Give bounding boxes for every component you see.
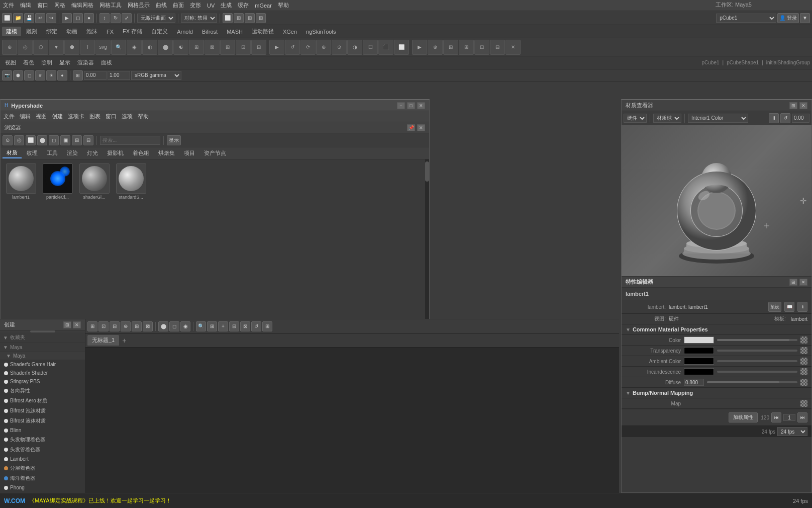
shelf-icon-12[interactable]: ☯	[173, 40, 188, 55]
shelf-tab-bifrost[interactable]: Bifrost	[198, 28, 222, 36]
item-stingray[interactable]: Stingray PBS	[0, 377, 85, 386]
creation-close-btn[interactable]: ✕	[73, 321, 81, 328]
item-bifrost-foam[interactable]: Bifrost 泡沫材质	[0, 406, 85, 416]
viewport-btn2[interactable]: ⊞	[234, 13, 244, 23]
hs-menu-options[interactable]: 选项	[122, 113, 133, 120]
shelf-tab-rig[interactable]: 绑定	[42, 27, 61, 36]
prop-diffuse-checker[interactable]	[800, 379, 807, 386]
rotate-btn[interactable]: ↻	[111, 13, 121, 23]
creation-slider[interactable]	[0, 330, 85, 332]
browser-toggle-1[interactable]: ⬜	[26, 135, 36, 145]
shelf-tab-fx[interactable]: FX	[103, 28, 118, 36]
ne-tool-10[interactable]: 🔍	[196, 321, 206, 331]
object-selector-dropdown[interactable]: pCube1	[716, 14, 776, 23]
material-item-shader[interactable]: shaderGl...	[78, 163, 111, 200]
shelf-icon-21[interactable]: ⊕	[316, 40, 331, 55]
vp-value-input[interactable]	[84, 71, 107, 80]
prop-ambient-slider-bar[interactable]	[717, 360, 797, 362]
vp-scale-input[interactable]	[108, 71, 130, 80]
menu-edit[interactable]: 编辑	[20, 2, 31, 9]
menu-mgear[interactable]: mGear	[255, 3, 272, 9]
hs-menu-create[interactable]: 创建	[52, 113, 63, 120]
viewport-btn3[interactable]: ⊞	[245, 13, 255, 23]
tab-render[interactable]: 渲染	[63, 148, 82, 158]
viewer-pause-btn[interactable]: ⏸	[769, 113, 779, 123]
browser-tool-2[interactable]: ◎	[14, 135, 24, 145]
item-phong[interactable]: Phong	[0, 483, 85, 492]
node-tab-add[interactable]: +	[120, 336, 128, 345]
ne-tool-8[interactable]: ◻	[169, 321, 179, 331]
shelf-icon-29[interactable]: ⊞	[443, 40, 458, 55]
shelf-icon-2[interactable]: ◎	[18, 40, 33, 55]
shelf-tab-foam[interactable]: 泡沫	[82, 27, 102, 36]
prop-diffuse-slider[interactable]	[707, 381, 797, 383]
shelf-icon-5[interactable]: ⬢	[64, 40, 79, 55]
ne-tool-13[interactable]: ⊟	[229, 321, 239, 331]
ne-tool-3[interactable]: ⊟	[110, 321, 120, 331]
scrollbar-thumb[interactable]	[425, 161, 429, 182]
browser-toggle-3[interactable]: ◻	[49, 135, 59, 145]
viewport-menu-lighting[interactable]: 照明	[38, 58, 55, 67]
ne-tool-6[interactable]: ⊠	[143, 321, 153, 331]
section-bump-normal[interactable]: ▼ Bump/Normal Mapping	[622, 388, 811, 398]
tab-asset[interactable]: 资产节点	[200, 148, 230, 158]
vp-grid-btn[interactable]: #	[35, 70, 45, 80]
shelf-icon-9[interactable]: ◉	[127, 40, 142, 55]
menu-uv[interactable]: UV	[207, 3, 215, 9]
menu-mesh-tools[interactable]: 网格工具	[99, 2, 122, 9]
vp-camera-btn[interactable]: 📷	[2, 70, 12, 80]
frame-forward-btn[interactable]: ⏭	[797, 412, 807, 422]
material-item-lambert1[interactable]: lambert1	[5, 163, 37, 200]
settings-expand-btn[interactable]: ▼	[800, 13, 810, 23]
paint-btn[interactable]: ●	[84, 13, 94, 23]
ne-tool-4[interactable]: ⊛	[121, 321, 131, 331]
hs-menu-file[interactable]: 文件	[4, 113, 15, 120]
prop-incandescence-checker[interactable]	[800, 368, 807, 375]
prop-incandescence-slider[interactable]	[717, 371, 797, 373]
menu-file[interactable]: 文件	[3, 2, 14, 9]
ne-tool-1[interactable]: ⊞	[87, 321, 97, 331]
prop-ambient-slider[interactable]	[717, 360, 797, 362]
prop-transparency-slider-bar[interactable]	[717, 350, 797, 352]
item-bifrost-aero[interactable]: Bifrost Aero 材质	[0, 396, 85, 406]
browser-display-btn[interactable]: 显示	[167, 135, 181, 145]
redo-btn[interactable]: ↪	[46, 13, 56, 23]
prop-close-btn[interactable]: ✕	[799, 279, 807, 286]
shelf-icon-3[interactable]: ⬡	[33, 40, 48, 55]
prop-color-slider-bar[interactable]	[717, 339, 797, 341]
shelf-icon-10[interactable]: ◐	[142, 40, 157, 55]
ne-tool-16[interactable]: ⊞	[262, 321, 272, 331]
viewer-pin-btn[interactable]: ⊞	[789, 102, 797, 109]
viewport-btn1[interactable]: ⬜	[223, 13, 233, 23]
shelf-icon-19[interactable]: ↺	[285, 40, 300, 55]
hs-menu-graph[interactable]: 图表	[89, 113, 100, 120]
prop-transparency-slider[interactable]	[717, 350, 797, 352]
section-common-material[interactable]: ▼ Common Material Properties	[622, 324, 811, 335]
viewer-close-btn[interactable]: ✕	[799, 102, 807, 109]
viewport-menu-panels[interactable]: 面板	[98, 58, 115, 67]
fps-dropdown[interactable]: 24 fps	[777, 427, 807, 436]
item-anisotropic[interactable]: 各向异性	[0, 386, 85, 396]
item-ocean[interactable]: 海洋着色器	[0, 473, 85, 483]
browser-toggle-6[interactable]: ⊟	[83, 135, 93, 145]
material-item-particle[interactable]: particleCl...	[41, 163, 74, 200]
creation-pin-btn[interactable]: ⊞	[63, 321, 71, 328]
save-scene-btn[interactable]: 💾	[24, 13, 34, 23]
close-btn[interactable]: ✕	[417, 102, 425, 109]
vp-shadow-btn[interactable]: ●	[57, 70, 67, 80]
menu-edit-mesh[interactable]: 编辑网格	[71, 2, 93, 9]
prop-book-btn[interactable]: 📖	[784, 302, 794, 312]
item-blinn[interactable]: Blinn	[0, 426, 85, 435]
viewport-menu-view[interactable]: 视图	[2, 58, 19, 67]
menu-surfaces[interactable]: 曲面	[173, 2, 184, 9]
frame-input[interactable]	[783, 414, 795, 421]
prop-color-checker[interactable]	[800, 336, 807, 344]
user-btn[interactable]: 👤 登录	[777, 13, 799, 23]
minimize-btn[interactable]: −	[397, 102, 405, 109]
shelf-tab-arnold[interactable]: Arnold	[173, 28, 197, 36]
prop-transparency-checker[interactable]	[800, 347, 807, 354]
viewer-refresh-btn[interactable]: ↺	[780, 113, 790, 123]
shelf-tab-sculpt[interactable]: 雕刻	[22, 27, 41, 36]
browser-toggle-5[interactable]: ⊞	[72, 135, 82, 145]
shelf-icon-6[interactable]: T	[80, 40, 95, 55]
